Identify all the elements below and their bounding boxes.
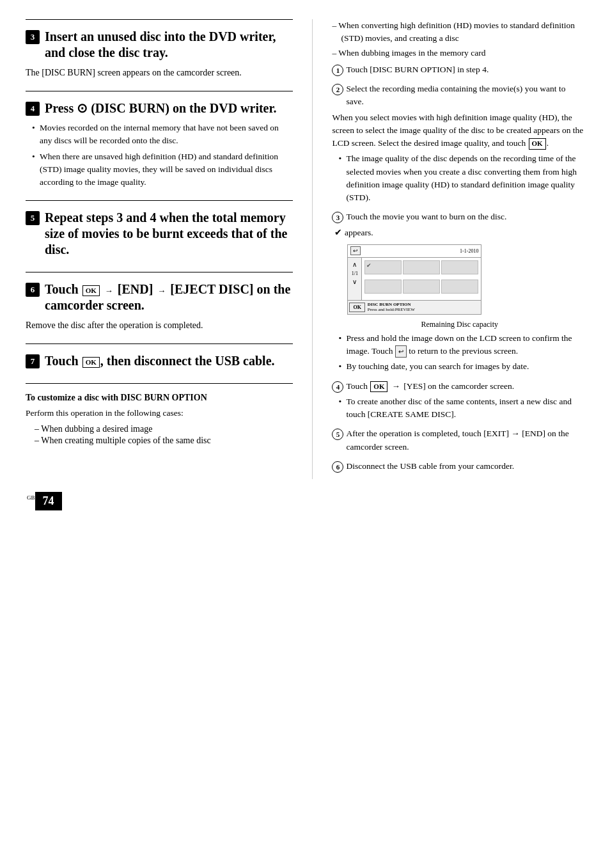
subsection-case-2: – When creating multiple copies of the s… (26, 436, 293, 446)
circle-step-5: 5 After the operation is completed, touc… (332, 427, 584, 454)
step-4-title: Press ⊙ (DISC BURN) on the DVD writer. (45, 100, 277, 116)
circle-step-4: 4 Touch OK → [YES] on the camcorder scre… (332, 380, 584, 422)
step-4-block: 4 Press ⊙ (DISC BURN) on the DVD writer.… (26, 100, 293, 201)
circle-2-bullet-1: The image quality of the disc depends on… (338, 152, 584, 204)
disc-image-wrapper: ↩ 1-1-2010 ∧ 1/1 ∨ ✔ (332, 244, 584, 329)
right-dash-2: – When dubbing images in the memory card (332, 47, 584, 59)
circle-1-num: 1 (332, 65, 343, 76)
step-4-bullet-1: Movies recorded on the internal memory t… (32, 122, 293, 148)
circle-3-bullets: Press and hold the image down on the LCD… (332, 332, 584, 374)
circle-6-num: 6 (332, 461, 343, 473)
right-dash-1: – When converting high definition (HD) m… (332, 19, 584, 45)
step-7-number: 7 (26, 354, 40, 368)
circle-2-ok: OK (529, 138, 546, 149)
circle-3-text: Touch the movie you want to burn on the … (346, 210, 506, 223)
disc-thumb-1[interactable]: ✔ (364, 260, 402, 274)
subsection-case-1: – When dubbing a desired image (26, 424, 293, 434)
circle-4-bullets: To create another disc of the same conte… (332, 395, 584, 422)
circle-step-1: 1 Touch [DISC BURN OPTION] in step 4. (332, 63, 584, 76)
circle-3-bullet-1: Press and hold the image down on the LCD… (338, 332, 584, 358)
circle-2-sub: When you select movies with high definit… (332, 111, 584, 150)
circle-3-appears: appears. (345, 228, 373, 237)
circle-step-6: 6 Disconnect the USB cable from your cam… (332, 460, 584, 473)
step-6-ok: OK (82, 285, 100, 296)
disc-back-icon[interactable]: ↩ (350, 246, 361, 255)
step-3-number: 3 (26, 30, 40, 44)
subsection-intro: Perform this operation in the following … (26, 407, 293, 420)
subsection-title: To customize a disc with DISC BURN OPTIO… (26, 393, 293, 403)
disc-nav-down[interactable]: ∨ (352, 279, 357, 285)
page-number: 74 (35, 492, 62, 510)
left-column: 3 Insert an unused disc into the DVD wri… (26, 19, 313, 479)
step-6-number: 6 (26, 283, 40, 297)
disc-sidebar: ∧ 1/1 ∨ (348, 258, 362, 300)
circle-5-num: 5 (332, 429, 343, 440)
circle-step-3: 3 Touch the movie you want to burn on th… (332, 210, 584, 373)
circle-5-text: After the operation is completed, touch … (346, 427, 584, 454)
subsection-block: To customize a disc with DISC BURN OPTIO… (26, 393, 293, 445)
circle-4-num: 4 (332, 381, 343, 393)
page-footer: GB 74 (0, 492, 610, 510)
step-6-desc: Remove the disc after the operation is c… (26, 319, 293, 332)
step-5-number: 5 (26, 211, 40, 225)
gb-label: GB (27, 494, 35, 501)
step-3-desc: The [DISC BURN] screen appears on the ca… (26, 66, 293, 79)
circle-3-bullet-2: By touching date, you can search for ima… (338, 360, 584, 373)
return-icon: ↩ (395, 345, 407, 358)
step-3-title: Insert an unused disc into the DVD write… (45, 29, 293, 61)
circle-2-bullets: The image quality of the disc depends on… (332, 152, 584, 204)
circle-4-text: Touch OK → [YES] on the camcorder screen… (346, 380, 514, 393)
disc-date-label: 1-1-2010 (460, 248, 478, 254)
disc-burn-option-label: DISC BURN OPTION Press and hold:PREVIEW (366, 301, 481, 313)
right-column: – When converting high definition (HD) m… (313, 19, 584, 479)
circle-4-ok: OK (370, 381, 387, 392)
disc-thumb-4[interactable] (364, 280, 402, 294)
step-7-title: Touch OK, then disconnect the USB cable. (45, 353, 275, 369)
circle-step-2: 2 Select the recording media containing … (332, 83, 584, 204)
step-7-block: 7 Touch OK, then disconnect the USB cabl… (26, 353, 293, 384)
step-5-block: 5 Repeat steps 3 and 4 when the total me… (26, 210, 293, 272)
disc-page-num: 1/1 (352, 271, 358, 276)
disc-ok-button[interactable]: OK (349, 303, 364, 312)
disc-thumb-6[interactable] (441, 280, 478, 294)
circle-4-bullet-1: To create another disc of the same conte… (338, 395, 584, 422)
step-6-block: 6 Touch OK → [END] → [EJECT DISC] on the… (26, 281, 293, 344)
step-5-title: Repeat steps 3 and 4 when the total memo… (45, 210, 293, 258)
disc-thumb-2[interactable] (403, 260, 440, 274)
disc-thumbnails: ✔ (362, 258, 481, 300)
disc-thumb-5[interactable] (403, 280, 440, 294)
disc-caption: Remaining Disc capacity (334, 320, 584, 329)
step-4-bullet-2: When there are unsaved high definition (… (32, 150, 293, 189)
circle-6-text: Disconnect the USB cable from your camco… (346, 460, 514, 473)
step-4-number: 4 (26, 102, 40, 116)
disc-nav-up[interactable]: ∧ (352, 262, 357, 268)
circle-2-num: 2 (332, 84, 343, 95)
circle-3-num: 3 (332, 212, 343, 223)
step-4-bullets: Movies recorded on the internal memory t… (26, 122, 293, 189)
step-6-title: Touch OK → [END] → [EJECT DISC] on the c… (45, 281, 293, 313)
circle-1-text: Touch [DISC BURN OPTION] in step 4. (346, 63, 489, 76)
circle-3-check: ✔ appears. (332, 226, 584, 239)
circle-2-text-main: Select the recording media containing th… (346, 83, 584, 109)
step-3-block: 3 Insert an unused disc into the DVD wri… (26, 29, 293, 91)
disc-thumb-3[interactable] (441, 260, 478, 274)
disc-image: ↩ 1-1-2010 ∧ 1/1 ∨ ✔ (347, 244, 481, 315)
step-7-ok: OK (82, 357, 100, 368)
